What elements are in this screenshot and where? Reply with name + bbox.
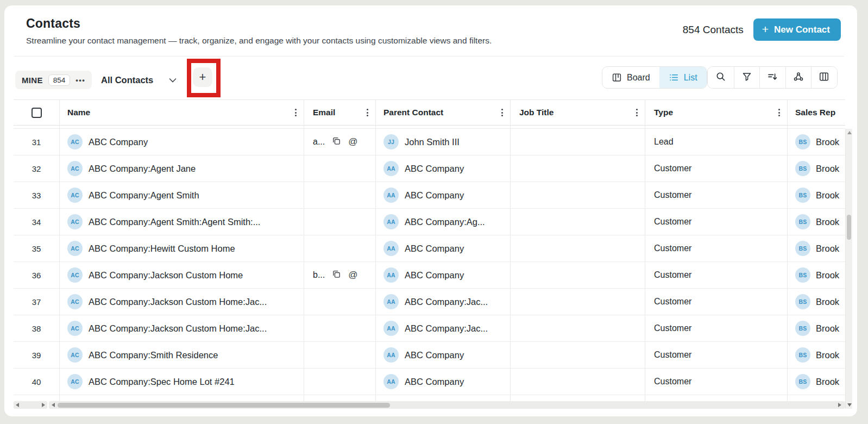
search-button[interactable] <box>708 67 734 88</box>
type-cell[interactable]: Customer <box>645 235 788 262</box>
chevron-down-icon[interactable] <box>167 75 178 86</box>
job-title-cell[interactable] <box>511 129 645 155</box>
email-cell[interactable]: @ <box>304 369 376 395</box>
horizontal-scrollbar[interactable] <box>49 401 845 409</box>
type-cell[interactable]: Customer <box>645 369 788 395</box>
sales-rep-cell[interactable]: BS Brook <box>788 209 845 235</box>
parent-contact-cell[interactable]: JJ John Smith III <box>376 129 511 155</box>
horizontal-scrollbar-thumb[interactable] <box>58 403 390 408</box>
more-options-icon[interactable]: ••• <box>76 76 85 84</box>
job-title-cell[interactable] <box>511 369 645 395</box>
scroll-left-arrow-icon[interactable] <box>16 403 19 407</box>
sales-rep-cell[interactable]: BS Brook <box>788 129 845 155</box>
email-at-icon[interactable]: @ <box>348 270 357 280</box>
type-cell[interactable]: Customer <box>645 315 788 342</box>
column-header-parent-contact[interactable]: Parent Contact <box>376 99 511 126</box>
email-cell[interactable]: @ <box>304 235 376 262</box>
column-header-name[interactable]: Name <box>60 99 304 126</box>
type-cell[interactable]: Customer <box>645 209 788 235</box>
parent-contact-cell[interactable]: AA ABC Company <box>376 182 511 209</box>
table-row[interactable]: 33 AC ABC Company:Agent Smith @ AA ABC C… <box>14 182 845 209</box>
filter-button[interactable] <box>734 67 760 88</box>
list-view-tab[interactable]: List <box>659 67 707 88</box>
column-header-sales-rep[interactable]: Sales Rep <box>788 99 845 126</box>
sort-button[interactable] <box>759 67 785 88</box>
name-cell[interactable]: AC ABC Company:Agent Smith:Agent Smith:.… <box>60 209 304 235</box>
table-row[interactable]: 36 AC ABC Company:Jackson Custom Home b.… <box>14 262 845 289</box>
parent-contact-cell[interactable]: AA ABC Company:Jac... <box>376 289 511 315</box>
copy-icon[interactable] <box>331 269 342 282</box>
name-cell[interactable]: AC ABC Company:Jackson Custom Home:Jac..… <box>60 289 304 315</box>
copy-icon[interactable] <box>331 136 342 148</box>
email-cell[interactable]: @ <box>304 155 376 182</box>
mine-view-pill[interactable]: MINE 854 ••• <box>15 71 92 89</box>
job-title-cell[interactable] <box>511 262 645 289</box>
table-row[interactable]: 37 AC ABC Company:Jackson Custom Home:Ja… <box>14 289 845 315</box>
parent-contact-cell[interactable]: AA ABC Company <box>376 155 511 182</box>
select-all-checkbox[interactable] <box>32 108 42 118</box>
email-cell[interactable]: @ <box>304 342 376 369</box>
table-row[interactable]: 32 AC ABC Company:Agent Jane @ AA ABC Co… <box>14 155 845 182</box>
column-menu-icon[interactable] <box>778 109 780 116</box>
scroll-right-arrow-icon[interactable] <box>42 403 45 407</box>
email-cell[interactable]: b... @ <box>304 262 376 289</box>
parent-contact-cell[interactable]: AA ABC Company <box>376 342 511 369</box>
table-row[interactable]: 35 AC ABC Company:Hewitt Custom Home @ A… <box>14 235 845 262</box>
email-cell[interactable]: @ <box>304 182 376 209</box>
email-cell[interactable]: @ <box>304 315 376 342</box>
column-menu-icon[interactable] <box>636 109 638 116</box>
new-contact-button[interactable]: + New Contact <box>753 18 841 41</box>
type-cell[interactable]: Customer <box>645 342 788 369</box>
scroll-left-arrow-icon[interactable] <box>52 403 55 407</box>
type-cell[interactable]: Lead <box>645 129 788 155</box>
table-row[interactable]: 39 AC ABC Company:Smith Residence @ AA A… <box>14 342 845 369</box>
vertical-scrollbar-thumb[interactable] <box>847 215 851 240</box>
name-cell[interactable]: AC ABC Company <box>60 129 304 155</box>
columns-button[interactable] <box>811 67 837 88</box>
type-cell[interactable]: Customer <box>645 262 788 289</box>
name-cell[interactable]: AC ABC Company:Jackson Custom Home <box>60 262 304 289</box>
name-cell[interactable]: AC ABC Company:Agent Smith <box>60 182 304 209</box>
share-team-button[interactable] <box>785 67 812 88</box>
name-cell[interactable]: AC ABC Company:Agent Jane <box>60 155 304 182</box>
parent-contact-cell[interactable]: AA ABC Company <box>376 262 511 289</box>
board-view-tab[interactable]: Board <box>602 67 659 88</box>
column-menu-icon[interactable] <box>295 109 297 116</box>
job-title-cell[interactable] <box>511 289 645 315</box>
add-view-button[interactable]: + <box>193 67 212 87</box>
job-title-cell[interactable] <box>511 235 645 262</box>
sales-rep-cell[interactable]: BS Brook <box>788 235 845 262</box>
parent-contact-cell[interactable]: AA ABC Company:Ag... <box>376 209 511 235</box>
type-cell[interactable]: Customer <box>645 289 788 315</box>
parent-contact-cell[interactable]: AA ABC Company <box>376 369 511 395</box>
email-at-icon[interactable]: @ <box>348 136 357 147</box>
column-header-job-title[interactable]: Job Title <box>511 99 645 126</box>
type-cell[interactable]: Customer <box>645 155 788 182</box>
sales-rep-cell[interactable]: BS Brook <box>788 315 845 342</box>
parent-contact-cell[interactable]: AA ABC Company:Jac... <box>376 315 511 342</box>
sales-rep-cell[interactable]: BS Brook <box>788 342 845 369</box>
column-header-type[interactable]: Type <box>645 99 788 126</box>
job-title-cell[interactable] <box>511 209 645 235</box>
email-cell[interactable]: a... @ <box>304 129 376 155</box>
name-cell[interactable]: AC ABC Company:Smith Residence <box>60 342 304 369</box>
sales-rep-cell[interactable]: BS Brook <box>788 289 845 315</box>
scroll-up-arrow-icon[interactable] <box>847 131 852 134</box>
sales-rep-cell[interactable]: BS Brook <box>788 262 845 289</box>
job-title-cell[interactable] <box>511 155 645 182</box>
column-menu-icon[interactable] <box>501 109 503 116</box>
scroll-right-arrow-icon[interactable] <box>838 403 841 407</box>
email-cell[interactable]: @ <box>304 289 376 315</box>
column-menu-icon[interactable] <box>367 109 368 116</box>
job-title-cell[interactable] <box>511 182 645 209</box>
sales-rep-cell[interactable]: BS Brook <box>788 369 845 395</box>
job-title-cell[interactable] <box>511 315 645 342</box>
name-cell[interactable]: AC ABC Company:Spec Home Lot #241 <box>60 369 304 395</box>
name-cell[interactable]: AC ABC Company:Hewitt Custom Home <box>60 235 304 262</box>
parent-contact-cell[interactable]: AA ABC Company <box>376 235 511 262</box>
email-cell[interactable]: @ <box>304 209 376 235</box>
view-selector-label[interactable]: All Contacts <box>101 71 153 89</box>
sales-rep-cell[interactable]: BS Brook <box>788 155 845 182</box>
column-header-email[interactable]: Email <box>304 99 376 126</box>
table-row[interactable]: 31 AC ABC Company a... @ JJ John Smith I… <box>14 129 845 155</box>
